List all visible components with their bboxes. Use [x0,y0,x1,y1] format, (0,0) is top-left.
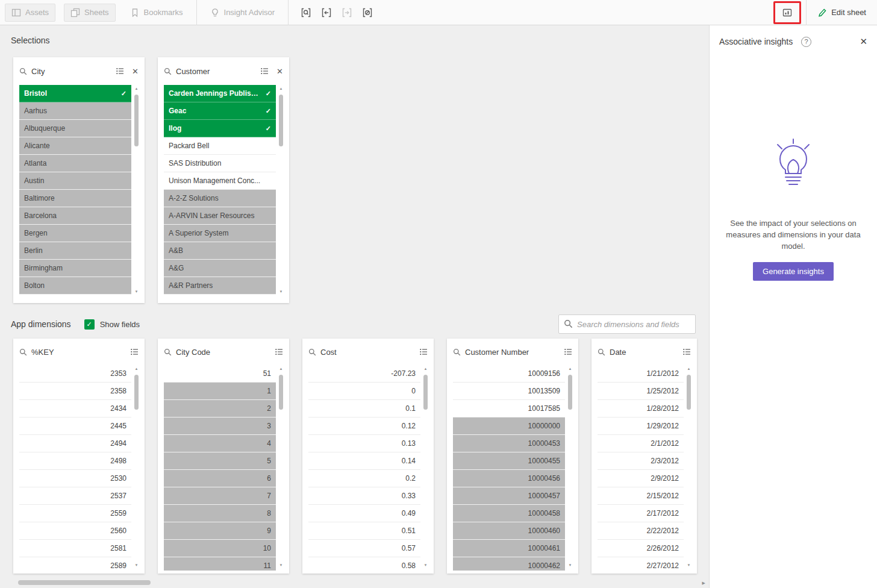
list-item[interactable]: Carden Jennings Publishing ✓ [164,85,276,102]
list-item[interactable]: 1 ✓ [164,383,276,400]
show-fields-checkbox[interactable]: ✓ [84,319,95,330]
assets-button[interactable]: Assets [5,4,55,22]
scroll-up-icon[interactable]: ▲ [422,366,429,372]
list-item[interactable]: A-ARVIN Laser Resources ✓ [164,207,276,225]
list-item[interactable]: 10000455 ✓ [453,452,565,470]
insights-panel-toggle-button[interactable] [777,4,797,22]
scroll-up-icon[interactable]: ▲ [133,86,140,92]
list-item[interactable]: 2560 ✓ [19,522,131,540]
list-item[interactable]: 2434 ✓ [19,400,131,418]
scroll-down-icon[interactable]: ▼ [685,563,692,568]
smart-search-button[interactable] [296,4,316,22]
scroll-down-icon[interactable]: ▼ [133,563,140,568]
scroll-down-icon[interactable]: ▼ [133,289,140,295]
list-item[interactable]: 10000000 ✓ [453,418,565,435]
list-item[interactable]: 2445 ✓ [19,418,131,435]
listbox-menu-icon[interactable] [131,348,139,355]
list-item[interactable]: 0.33 ✓ [308,487,420,505]
list-item[interactable]: 1/21/2012 ✓ [598,365,684,383]
help-icon[interactable]: ? [801,37,811,47]
list-item[interactable]: 51 ✓ [164,365,276,383]
list-item[interactable]: 2589 ✓ [19,557,131,571]
list-item[interactable]: 1/25/2012 ✓ [598,383,684,400]
list-item[interactable]: 0.57 ✓ [308,540,420,557]
list-item[interactable]: 2/22/2012 ✓ [598,522,684,540]
list-item[interactable]: 0.1 ✓ [308,400,420,418]
list-item[interactable]: 2/3/2012 ✓ [598,452,684,470]
list-item[interactable]: A&B ✓ [164,242,276,260]
list-item[interactable]: Packard Bell ✓ [164,137,276,155]
close-filter-icon[interactable]: ✕ [276,67,283,76]
dimension-search-input[interactable] [558,314,696,334]
list-item[interactable]: 10000458 ✓ [453,505,565,522]
list-item[interactable]: 0.49 ✓ [308,505,420,522]
edit-sheet-button[interactable]: Edit sheet [811,4,872,21]
close-filter-icon[interactable]: ✕ [132,67,139,76]
list-item[interactable]: 10000462 ✓ [453,557,565,571]
list-item[interactable]: 0.2 ✓ [308,470,420,487]
list-item[interactable]: 2498 ✓ [19,452,131,470]
scroll-up-icon[interactable]: ▲ [685,366,692,372]
search-icon[interactable] [453,348,461,356]
list-item[interactable]: 6 ✓ [164,470,276,487]
list-item[interactable]: 2/9/2012 ✓ [598,470,684,487]
list-item[interactable]: Ilog ✓ [164,120,276,137]
list-item[interactable]: 2537 ✓ [19,487,131,505]
list-item[interactable]: 10000456 ✓ [453,470,565,487]
list-item[interactable]: 0.14 ✓ [308,452,420,470]
list-item[interactable]: 0.58 ✓ [308,557,420,571]
list-item[interactable]: Bristol ✓ [19,85,131,102]
list-item[interactable]: SAS Distribution ✓ [164,155,276,172]
scroll-down-icon[interactable]: ▼ [278,289,284,295]
list-item[interactable]: 2358 ✓ [19,383,131,400]
scrollbar-thumb[interactable] [687,375,691,410]
scroll-right-icon[interactable]: ▶ [702,580,705,586]
list-item[interactable]: 10000460 ✓ [453,522,565,540]
listbox-menu-icon[interactable] [564,348,572,355]
list-item[interactable]: 2494 ✓ [19,435,131,452]
scroll-down-icon[interactable]: ▼ [278,563,284,568]
list-item[interactable]: 0.12 ✓ [308,418,420,435]
list-item[interactable]: Unison Management Conc... ✓ [164,172,276,190]
list-item[interactable]: 0.51 ✓ [308,522,420,540]
list-item[interactable]: 10013509 ✓ [453,383,565,400]
scrollbar-thumb[interactable] [423,375,428,410]
vertical-scrollbar[interactable]: ▲ ▼ [278,86,284,295]
list-item[interactable]: A&G ✓ [164,260,276,277]
generate-insights-button[interactable]: Generate insights [753,262,834,281]
list-item[interactable]: 2353 ✓ [19,365,131,383]
list-item[interactable]: 10017585 ✓ [453,400,565,418]
list-item[interactable]: 2/26/2012 ✓ [598,540,684,557]
scrollbar-thumb[interactable] [568,375,572,410]
scroll-down-icon[interactable]: ▼ [422,563,429,568]
search-icon[interactable] [19,67,27,75]
vertical-scrollbar[interactable]: ▲ ▼ [685,366,692,568]
list-item[interactable]: 5 ✓ [164,452,276,470]
list-item[interactable]: 2559 ✓ [19,505,131,522]
list-item[interactable]: Birmingham ✓ [19,260,131,277]
step-forward-button[interactable] [337,4,357,22]
vertical-scrollbar[interactable]: ▲ ▼ [133,366,140,568]
listbox-menu-icon[interactable] [683,348,691,355]
list-item[interactable]: 9 ✓ [164,522,276,540]
search-icon[interactable] [308,348,316,356]
scroll-up-icon[interactable]: ▲ [133,366,140,372]
scrollbar-thumb[interactable] [134,95,139,146]
list-item[interactable]: Aarhus ✓ [19,102,131,120]
list-item[interactable]: 10000457 ✓ [453,487,565,505]
list-item[interactable]: A-2-Z Solutions ✓ [164,190,276,207]
scroll-down-icon[interactable]: ▼ [567,563,573,568]
list-item[interactable]: 8 ✓ [164,505,276,522]
list-item[interactable]: 2 ✓ [164,400,276,418]
scrollbar-thumb[interactable] [279,95,283,146]
list-item[interactable]: 4 ✓ [164,435,276,452]
list-item[interactable]: 10000461 ✓ [453,540,565,557]
list-item[interactable]: 10000453 ✓ [453,435,565,452]
list-item[interactable]: 2530 ✓ [19,470,131,487]
list-item[interactable]: Barcelona ✓ [19,207,131,225]
vertical-scrollbar[interactable]: ▲ ▼ [133,86,140,295]
sheets-button[interactable]: Sheets [64,4,115,22]
list-item[interactable]: Atlanta ✓ [19,155,131,172]
list-item[interactable]: Bergen ✓ [19,225,131,242]
list-item[interactable]: Geac ✓ [164,102,276,120]
